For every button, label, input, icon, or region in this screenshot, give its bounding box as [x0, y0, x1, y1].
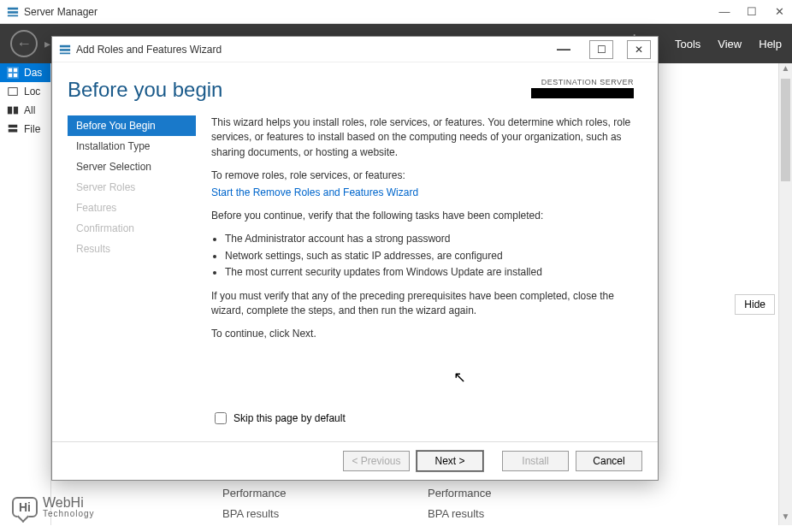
- menu-tools[interactable]: Tools: [675, 38, 700, 50]
- wizard-heading: Before you begin: [68, 78, 222, 102]
- nav-forward-disabled: ▸: [44, 37, 50, 50]
- svg-rect-0: [8, 7, 18, 9]
- svg-rect-12: [9, 129, 18, 133]
- continue-text: To continue, click Next.: [211, 327, 634, 341]
- svg-rect-8: [9, 88, 18, 96]
- wizard-minimize-button[interactable]: —: [552, 40, 576, 59]
- destination-server-block: DESTINATION SERVER: [531, 78, 634, 98]
- servers-icon: [7, 104, 19, 116]
- svg-rect-4: [9, 68, 12, 72]
- bg-row[interactable]: BPA results: [428, 504, 491, 525]
- main-window-titlebar: Server Manager — ☐ ✕: [0, 0, 792, 24]
- wizard-step-list: Before You Begin Installation Type Serve…: [68, 110, 196, 441]
- svg-rect-5: [14, 68, 17, 72]
- sidebar-item-label: File: [24, 123, 40, 135]
- destination-server-label: DESTINATION SERVER: [531, 78, 634, 86]
- main-vertical-scrollbar[interactable]: ▲ ▼: [778, 63, 792, 525]
- step-server-selection[interactable]: Server Selection: [68, 157, 196, 177]
- prerequisite-item: Network settings, such as static IP addr…: [225, 249, 634, 263]
- step-features: Features: [68, 198, 196, 218]
- scroll-up-arrow[interactable]: ▲: [779, 63, 792, 77]
- server-manager-icon: [7, 6, 19, 18]
- wizard-maximize-button[interactable]: ☐: [589, 40, 613, 59]
- svg-rect-6: [9, 74, 12, 77]
- svg-rect-10: [14, 107, 18, 115]
- file-services-icon: [7, 123, 19, 135]
- menu-help[interactable]: Help: [759, 38, 782, 50]
- main-close-button[interactable]: ✕: [773, 6, 785, 18]
- wizard-header: Before you begin DESTINATION SERVER: [52, 62, 658, 110]
- svg-rect-15: [60, 52, 70, 54]
- bg-row[interactable]: BPA results: [222, 504, 286, 525]
- next-button[interactable]: Next >: [417, 451, 483, 471]
- svg-rect-9: [8, 107, 12, 115]
- main-minimize-button[interactable]: —: [718, 6, 730, 18]
- step-installation-type[interactable]: Installation Type: [68, 136, 196, 157]
- add-roles-features-wizard: Add Roles and Features Wizard — ☐ ✕ Befo…: [51, 36, 659, 481]
- step-confirmation: Confirmation: [68, 218, 196, 239]
- step-results: Results: [68, 239, 196, 259]
- wizard-close-button[interactable]: ✕: [627, 40, 651, 59]
- destination-server-name-redacted: [531, 88, 634, 98]
- step-before-you-begin[interactable]: Before You Begin: [68, 115, 196, 136]
- watermark-hi-icon: Hi: [12, 497, 38, 517]
- skip-page-checkbox[interactable]: [215, 412, 227, 424]
- remove-roles-link[interactable]: Start the Remove Roles and Features Wiza…: [211, 186, 418, 198]
- watermark-line1: WebHi: [43, 496, 95, 510]
- install-button: Install: [502, 451, 569, 471]
- sidebar-item-all[interactable]: All: [0, 101, 50, 120]
- bg-tile-left: Performance BPA results: [222, 483, 286, 525]
- svg-rect-14: [60, 49, 70, 51]
- wizard-footer: < Previous Next > Install Cancel: [52, 441, 658, 480]
- step-server-roles: Server Roles: [68, 177, 196, 198]
- sidebar-item-local[interactable]: Loc: [0, 82, 50, 101]
- dashboard-icon: [7, 67, 19, 79]
- wizard-icon: [59, 44, 71, 56]
- wizard-intro-text: This wizard helps you install roles, rol…: [211, 115, 634, 160]
- prerequisite-list: The Administrator account has a strong p…: [211, 232, 634, 280]
- server-icon: [7, 86, 19, 98]
- main-window-title: Server Manager: [24, 6, 718, 18]
- sidebar-item-label: All: [24, 104, 35, 116]
- sidebar-item-dashboard[interactable]: Das: [0, 63, 50, 82]
- menu-view[interactable]: View: [718, 38, 742, 50]
- svg-rect-7: [14, 74, 17, 77]
- sidebar-item-file[interactable]: File: [0, 120, 50, 139]
- sidebar-item-label: Das: [24, 67, 42, 79]
- nav-back-button[interactable]: ←: [10, 30, 38, 57]
- svg-rect-1: [8, 11, 18, 14]
- prerequisite-item: The Administrator account has a strong p…: [225, 232, 634, 246]
- wizard-titlebar[interactable]: Add Roles and Features Wizard — ☐ ✕: [52, 37, 658, 62]
- scroll-thumb[interactable]: [781, 79, 790, 181]
- skip-page-label: Skip this page by default: [233, 412, 346, 424]
- svg-rect-11: [9, 125, 18, 128]
- scroll-down-arrow[interactable]: ▼: [779, 511, 792, 525]
- must-verify-text: If you must verify that any of the prece…: [211, 289, 634, 319]
- prerequisite-item: The most current security updates from W…: [225, 265, 634, 280]
- svg-rect-2: [8, 15, 18, 16]
- bg-row[interactable]: Performance: [428, 483, 491, 505]
- previous-button: < Previous: [343, 451, 410, 471]
- main-maximize-button[interactable]: ☐: [746, 6, 758, 18]
- skip-page-option[interactable]: Skip this page by default: [215, 412, 346, 424]
- cancel-button[interactable]: Cancel: [576, 451, 642, 471]
- watermark-logo: Hi WebHi Technology: [12, 496, 95, 518]
- hide-welcome-link[interactable]: Hide: [735, 294, 775, 315]
- wizard-content: This wizard helps you install roles, rol…: [196, 110, 642, 441]
- verify-intro-text: Before you continue, verify that the fol…: [211, 209, 634, 223]
- sidebar-item-label: Loc: [24, 86, 40, 98]
- wizard-window-title: Add Roles and Features Wizard: [76, 44, 552, 56]
- remove-roles-label: To remove roles, role services, or featu…: [211, 168, 634, 183]
- side-navigation: Das Loc All File: [0, 63, 51, 525]
- bg-row[interactable]: Performance: [222, 483, 286, 505]
- svg-rect-13: [60, 44, 70, 47]
- watermark-line2: Technology: [43, 510, 95, 518]
